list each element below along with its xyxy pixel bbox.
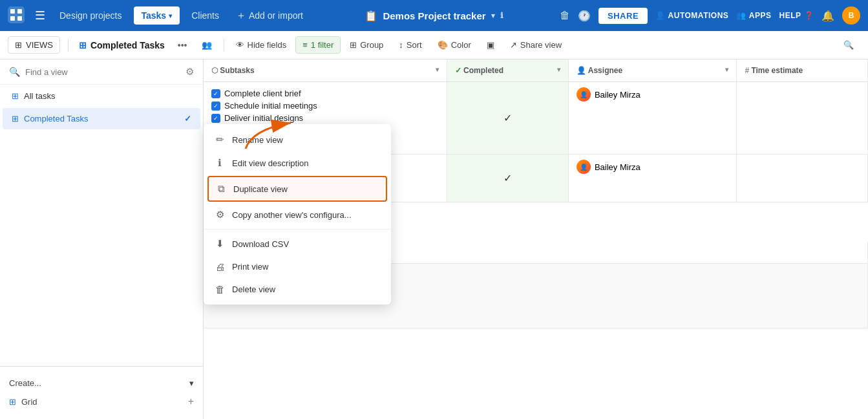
table-icon: ⊞ xyxy=(15,40,22,50)
filter-icon: ≡ xyxy=(302,40,308,50)
completed-check-icon: ✓ xyxy=(503,173,512,184)
color-icon: 🎨 xyxy=(438,40,448,50)
sidebar: 🔍 ⚙ ⊞ All tasks ⊞ Completed Tasks ✓ Crea… xyxy=(0,59,204,419)
sort-button[interactable]: ↕ Sort xyxy=(392,37,428,53)
main-layout: 🔍 ⚙ ⊞ All tasks ⊞ Completed Tasks ✓ Crea… xyxy=(0,59,868,419)
top-navigation: ☰ Design projects Tasks ▾ Clients ＋ Add … xyxy=(0,0,868,31)
sidebar-search-area: 🔍 ⚙ xyxy=(0,59,203,85)
theme-button[interactable]: ▣ xyxy=(480,37,501,53)
column-header-subtasks[interactable]: ⬡ Subtasks ▾ xyxy=(204,59,447,82)
subtask-checkbox: ✓ xyxy=(211,102,220,111)
plus-icon[interactable]: + xyxy=(188,396,194,407)
chevron-down-icon: ▾ xyxy=(189,378,194,388)
avatar: 👤 xyxy=(577,87,591,102)
dropdown-rename-view[interactable]: ✏ Rename view xyxy=(204,128,391,151)
column-header-time-estimate[interactable]: # Time estimate xyxy=(737,59,868,82)
download-icon: ⬇ xyxy=(214,238,226,250)
sidebar-search-input[interactable] xyxy=(25,67,180,77)
help-label[interactable]: HELP ❓ xyxy=(779,11,814,20)
project-info-icon[interactable]: ℹ xyxy=(500,11,503,20)
column-header-assignee[interactable]: 👤 Assignee ▾ xyxy=(568,59,736,82)
automations-icon: 👤 xyxy=(655,11,666,20)
view-title-text: Completed Tasks xyxy=(90,40,165,50)
subtask-item[interactable]: ✓ Complete client brief xyxy=(211,87,439,100)
nav-right: 🗑 🕐 SHARE 👤 AUTOMATIONS 👥 APPS HELP ❓ 🔔 … xyxy=(560,6,860,25)
grid-section[interactable]: ⊞ Grid + xyxy=(9,392,194,411)
svg-rect-1 xyxy=(10,9,15,14)
app-logo[interactable] xyxy=(8,6,25,25)
completed-col-dropdown-icon[interactable]: ▾ xyxy=(557,66,560,73)
eye-icon: 👁 xyxy=(236,40,244,50)
share-view-button[interactable]: ↗ Share view xyxy=(503,37,568,53)
design-projects-link[interactable]: Design projects xyxy=(53,6,129,25)
apps-icon: 👥 xyxy=(736,11,746,20)
automations-label[interactable]: 👤 AUTOMATIONS xyxy=(655,11,728,20)
color-button[interactable]: 🎨 Color xyxy=(431,37,478,53)
plus-icon: ＋ xyxy=(236,9,246,23)
sidebar-item-all-tasks[interactable]: ⊞ All tasks xyxy=(3,85,200,107)
trash-icon: 🗑 xyxy=(214,284,226,295)
subtask-checkbox: ✓ xyxy=(211,89,220,98)
help-icon: ❓ xyxy=(804,11,814,20)
sidebar-item-completed-tasks[interactable]: ⊞ Completed Tasks ✓ xyxy=(3,108,200,129)
edit-icon: ✏ xyxy=(214,134,226,145)
share-icon: ↗ xyxy=(510,40,517,50)
group-button[interactable]: ⊞ Group xyxy=(343,37,390,53)
time-estimate-cell-2 xyxy=(737,155,868,202)
notification-icon[interactable]: 🔔 xyxy=(821,10,834,22)
nav-left: ☰ Design projects Tasks ▾ Clients ＋ Add … xyxy=(8,5,308,27)
subtask-checkbox: ✓ xyxy=(211,114,220,123)
hamburger-icon[interactable]: ☰ xyxy=(32,6,48,25)
people-icon: 👥 xyxy=(202,40,212,50)
dropdown-print-view[interactable]: 🖨 Print view xyxy=(204,255,391,278)
col-dropdown-icon[interactable]: ▾ xyxy=(436,66,439,73)
svg-rect-2 xyxy=(17,9,22,14)
filter-button[interactable]: ≡ 1 filter xyxy=(295,36,341,54)
trash-icon[interactable]: 🗑 xyxy=(560,10,570,21)
dropdown-edit-description[interactable]: ℹ Edit view description xyxy=(204,151,391,175)
toolbar: ⊞ VIEWS ⊞ Completed Tasks ••• 👥 👁 Hide f… xyxy=(0,31,868,59)
person-col-icon: 👤 xyxy=(577,66,586,75)
time-estimate-cell-1 xyxy=(737,82,868,155)
assignee-cell-2: 👤 Bailey Mirza xyxy=(568,155,736,202)
completed-cell-2[interactable]: ✓ xyxy=(447,155,568,202)
assignee-col-dropdown-icon[interactable]: ▾ xyxy=(725,66,728,73)
dropdown-copy-config[interactable]: ⚙ Copy another view's configura... xyxy=(204,203,391,226)
grid-view-icon: ⊞ xyxy=(9,397,16,407)
svg-rect-3 xyxy=(10,16,15,21)
toolbar-divider-2 xyxy=(224,39,224,52)
project-dropdown-icon[interactable]: ▾ xyxy=(491,12,495,20)
tasks-tab[interactable]: Tasks ▾ xyxy=(134,6,180,25)
grid-icon: ⊞ xyxy=(12,114,19,124)
group-icon: ⊞ xyxy=(350,40,357,50)
sidebar-gear-icon[interactable]: ⚙ xyxy=(185,66,194,78)
history-icon[interactable]: 🕐 xyxy=(578,10,591,22)
share-button[interactable]: SHARE xyxy=(598,8,648,24)
completed-check-icon: ✓ xyxy=(503,113,512,124)
add-import-button[interactable]: ＋ Add or import xyxy=(231,5,308,27)
avatar[interactable]: B xyxy=(842,6,860,25)
dropdown-delete-view[interactable]: 🗑 Delete view xyxy=(204,278,391,301)
subtask-item[interactable]: ✓ Deliver initial designs xyxy=(211,112,439,124)
avatar: 👤 xyxy=(577,160,591,174)
hide-fields-button[interactable]: 👁 Hide fields xyxy=(229,37,293,53)
list-icon: ⊞ xyxy=(12,91,19,101)
duplicate-icon: ⧉ xyxy=(215,183,227,195)
dropdown-download-csv[interactable]: ⬇ Download CSV xyxy=(204,232,391,255)
sidebar-bottom: Create... ▾ ⊞ Grid + xyxy=(0,366,203,419)
subtask-col-icon: ⬡ xyxy=(211,66,218,75)
tasks-dropdown-icon: ▾ xyxy=(169,12,172,19)
dropdown-duplicate-view[interactable]: ⧉ Duplicate view xyxy=(207,176,387,202)
column-header-completed[interactable]: ✓ Completed ▾ xyxy=(447,59,568,82)
view-title-area: ⊞ Completed Tasks xyxy=(74,40,170,50)
clients-link[interactable]: Clients xyxy=(185,6,226,25)
completed-cell-1[interactable]: ✓ xyxy=(447,82,568,155)
people-filter-button[interactable]: 👥 xyxy=(195,37,218,53)
search-button[interactable]: 🔍 xyxy=(837,37,860,53)
more-options-button[interactable]: ••• xyxy=(173,37,193,54)
subtask-item[interactable]: ✓ Schedule initial meetings xyxy=(211,100,439,112)
create-section[interactable]: Create... ▾ xyxy=(9,374,194,392)
toolbar-divider-1 xyxy=(68,39,69,52)
views-button[interactable]: ⊞ VIEWS xyxy=(8,36,60,54)
apps-label[interactable]: 👥 APPS xyxy=(736,11,771,20)
